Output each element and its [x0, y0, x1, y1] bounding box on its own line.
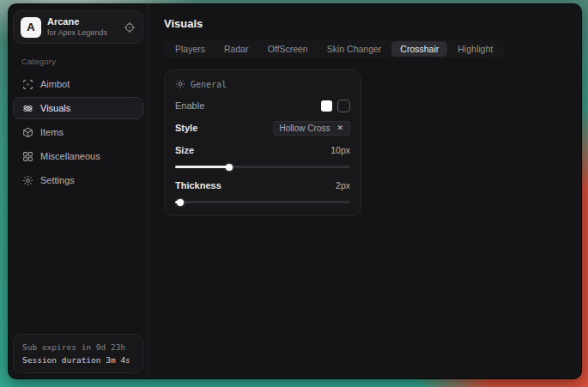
- general-panel: General Enable Style Hollow Cross ✕ Size…: [164, 70, 361, 216]
- session-duration-text: Session duration 3m 4s: [22, 354, 134, 366]
- page-title: Visuals: [164, 17, 566, 30]
- cube-icon: [21, 127, 33, 138]
- sidebar-item-label: Items: [40, 127, 64, 137]
- panel-title: General: [191, 80, 227, 89]
- subscription-info-card: Sub expires in 9d 23h Session duration 3…: [13, 334, 143, 373]
- tab-skin-changer[interactable]: Skin Changer: [318, 41, 391, 57]
- sidebar-item-miscellaneous[interactable]: Miscellaneous: [13, 145, 143, 167]
- style-select[interactable]: Hollow Cross ✕: [273, 121, 350, 136]
- size-slider[interactable]: [175, 166, 350, 168]
- size-row: Size 10px: [175, 142, 350, 159]
- remove-style-icon[interactable]: ✕: [336, 124, 343, 132]
- thickness-row: Thickness 2px: [175, 177, 350, 194]
- tab-offscreen[interactable]: OffScreen: [259, 41, 317, 57]
- sun-settings-icon: [175, 79, 185, 89]
- size-slider-thumb[interactable]: [226, 164, 233, 171]
- tab-crosshair[interactable]: Crosshair: [391, 41, 447, 57]
- brand-card: A Arcane for Apex Legends: [13, 10, 143, 44]
- sidebar-item-label: Aimbot: [40, 79, 70, 89]
- size-value: 10px: [330, 145, 350, 155]
- crosshair-scan-icon: [21, 79, 33, 90]
- size-label: Size: [175, 145, 194, 155]
- enable-row: Enable: [175, 97, 350, 114]
- gear-icon: [21, 175, 33, 186]
- sidebar-item-aimbot[interactable]: Aimbot: [13, 73, 143, 95]
- app-title: Arcane: [47, 16, 118, 28]
- sidebar-nav: Aimbot Visuals: [13, 73, 143, 191]
- sidebar-item-items[interactable]: Items: [13, 121, 143, 143]
- sidebar-item-label: Settings: [40, 175, 75, 185]
- tab-players[interactable]: Players: [167, 41, 214, 57]
- app-window: A Arcane for Apex Legends Category: [8, 3, 582, 379]
- sub-expires-text: Sub expires in 9d 23h: [22, 341, 134, 354]
- style-value: Hollow Cross: [280, 124, 330, 133]
- sidebar-item-visuals[interactable]: Visuals: [13, 97, 143, 119]
- thickness-label: Thickness: [175, 180, 221, 190]
- sidebar-item-label: Miscellaneous: [40, 151, 100, 161]
- visuals-tabbar: Players Radar OffScreen Skin Changer Cro…: [164, 39, 504, 58]
- tab-radar[interactable]: Radar: [215, 41, 258, 57]
- thickness-slider-thumb[interactable]: [177, 199, 184, 206]
- grid-icon: [21, 151, 33, 162]
- main-content: Visuals Players Radar OffScreen Skin Cha…: [149, 4, 581, 378]
- style-row: Style Hollow Cross ✕: [175, 119, 350, 136]
- tab-highlight[interactable]: Highlight: [449, 41, 501, 57]
- sidebar: A Arcane for Apex Legends Category: [9, 4, 149, 378]
- app-logo: A: [21, 17, 41, 38]
- thickness-slider[interactable]: [175, 201, 350, 203]
- brand-text: Arcane for Apex Legends: [47, 16, 118, 38]
- panel-header: General: [175, 79, 350, 89]
- sidebar-item-settings[interactable]: Settings: [13, 169, 143, 191]
- color-swatch[interactable]: [321, 100, 332, 112]
- enable-label: Enable: [175, 100, 204, 111]
- enable-checkbox[interactable]: [337, 100, 350, 112]
- style-label: Style: [175, 123, 197, 133]
- orbit-eye-icon: [21, 103, 33, 114]
- thickness-value: 2px: [336, 180, 350, 190]
- app-subtitle: for Apex Legends: [47, 28, 118, 38]
- category-label: Category: [21, 57, 143, 66]
- sidebar-item-label: Visuals: [40, 103, 70, 113]
- scope-icon[interactable]: [124, 21, 136, 33]
